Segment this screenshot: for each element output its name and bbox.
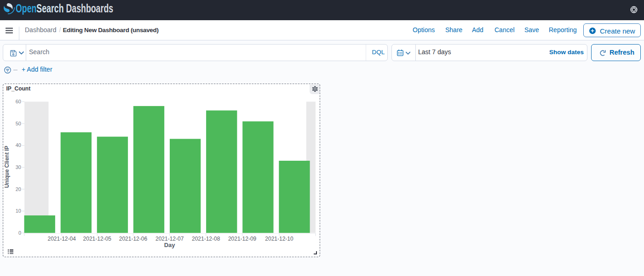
svg-text:0: 0: [18, 230, 21, 236]
svg-text:30: 30: [16, 164, 21, 170]
svg-text:2021-12-06: 2021-12-06: [119, 236, 148, 242]
svg-text:50: 50: [16, 121, 21, 126]
svg-text:2021-12-10: 2021-12-10: [265, 236, 293, 242]
svg-text:2021-12-05: 2021-12-05: [83, 236, 112, 242]
svg-text:10: 10: [16, 208, 21, 214]
svg-text:2021-12-08: 2021-12-08: [192, 236, 220, 242]
svg-text:Unique Client IP: Unique Client IP: [4, 146, 10, 188]
svg-text:Day: Day: [164, 242, 176, 248]
svg-text:2021-12-07: 2021-12-07: [155, 236, 184, 242]
svg-text:2021-12-09: 2021-12-09: [228, 236, 257, 242]
svg-text:20: 20: [16, 186, 21, 192]
svg-text:60: 60: [16, 99, 21, 104]
svg-text:40: 40: [16, 142, 21, 148]
svg-text:2021-12-04: 2021-12-04: [48, 236, 76, 242]
